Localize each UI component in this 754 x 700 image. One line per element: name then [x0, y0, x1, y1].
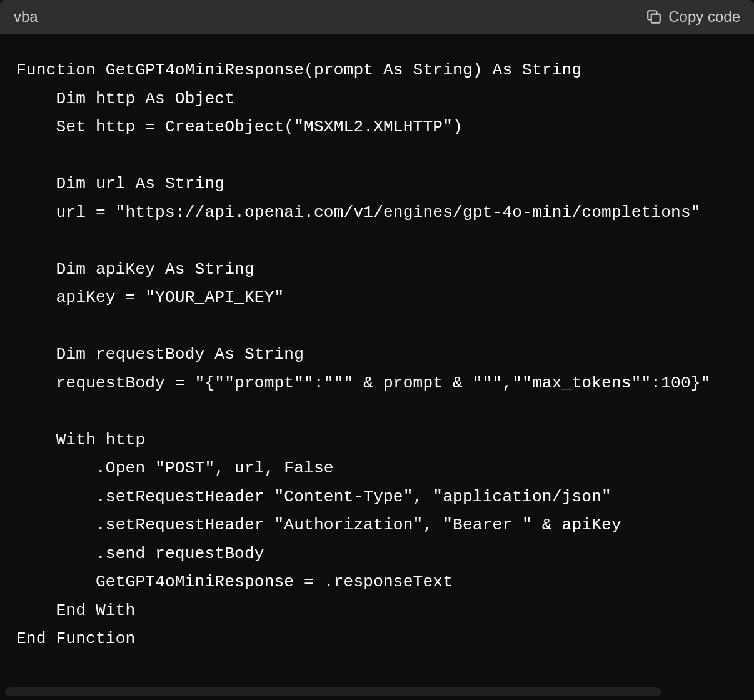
svg-rect-0 [651, 14, 660, 23]
copy-label: Copy code [668, 8, 740, 26]
language-label: vba [14, 8, 38, 26]
code-body[interactable]: Function GetGPT4oMiniResponse(prompt As … [0, 34, 754, 700]
copy-icon [646, 9, 662, 25]
code-header: vba Copy code [0, 0, 754, 34]
horizontal-scrollbar-thumb[interactable] [5, 688, 661, 696]
copy-code-button[interactable]: Copy code [646, 8, 740, 26]
code-content: Function GetGPT4oMiniResponse(prompt As … [0, 56, 754, 654]
code-block: vba Copy code Function GetGPT4oMiniRespo… [0, 0, 754, 700]
